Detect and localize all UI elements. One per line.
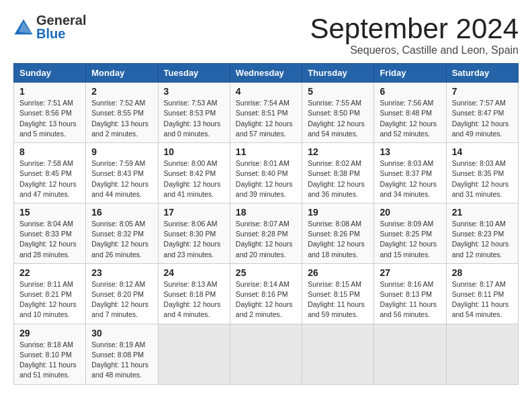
day-info: Sunrise: 8:06 AMSunset: 8:30 PMDaylight:…: [164, 219, 224, 260]
day-info: Sunrise: 8:12 AMSunset: 8:20 PMDaylight:…: [91, 279, 152, 320]
logo-general: General: [36, 13, 86, 27]
calendar-cell: 19Sunrise: 8:08 AMSunset: 8:26 PMDayligh…: [302, 203, 374, 263]
calendar-cell: 17Sunrise: 8:06 AMSunset: 8:30 PMDayligh…: [158, 203, 230, 263]
calendar-cell: [158, 324, 230, 384]
day-info: Sunrise: 7:59 AMSunset: 8:43 PMDaylight:…: [91, 158, 152, 199]
col-header-wednesday: Wednesday: [230, 64, 302, 83]
day-number: 18: [236, 207, 296, 218]
day-number: 13: [380, 146, 440, 157]
day-number: 4: [236, 86, 296, 97]
calendar-cell: 5Sunrise: 7:55 AMSunset: 8:50 PMDaylight…: [302, 83, 374, 143]
day-info: Sunrise: 8:15 AMSunset: 8:15 PMDaylight:…: [308, 279, 368, 320]
calendar-cell: [446, 324, 518, 384]
day-info: Sunrise: 7:57 AMSunset: 8:47 PMDaylight:…: [452, 98, 513, 139]
calendar-cell: [302, 324, 374, 384]
col-header-sunday: Sunday: [14, 64, 86, 83]
day-number: 10: [164, 146, 224, 157]
day-info: Sunrise: 8:03 AMSunset: 8:37 PMDaylight:…: [380, 158, 440, 199]
day-number: 22: [19, 267, 80, 278]
day-info: Sunrise: 7:52 AMSunset: 8:55 PMDaylight:…: [91, 98, 152, 139]
day-number: 25: [236, 267, 296, 278]
calendar-cell: 24Sunrise: 8:13 AMSunset: 8:18 PMDayligh…: [158, 263, 230, 324]
day-number: 15: [19, 207, 80, 218]
day-info: Sunrise: 8:10 AMSunset: 8:23 PMDaylight:…: [452, 219, 513, 260]
day-info: Sunrise: 7:54 AMSunset: 8:51 PMDaylight:…: [236, 98, 296, 139]
day-number: 29: [19, 328, 80, 338]
calendar-cell: 29Sunrise: 8:18 AMSunset: 8:10 PMDayligh…: [14, 324, 86, 384]
calendar-cell: [230, 324, 302, 384]
calendar-cell: 10Sunrise: 8:00 AMSunset: 8:42 PMDayligh…: [158, 143, 230, 203]
logo-blue: Blue: [36, 27, 86, 40]
calendar-cell: 28Sunrise: 8:17 AMSunset: 8:11 PMDayligh…: [446, 263, 518, 324]
calendar-cell: 16Sunrise: 8:05 AMSunset: 8:32 PMDayligh…: [86, 203, 158, 263]
calendar-cell: 15Sunrise: 8:04 AMSunset: 8:33 PMDayligh…: [14, 203, 86, 263]
day-info: Sunrise: 8:07 AMSunset: 8:28 PMDaylight:…: [236, 219, 296, 260]
calendar-table: SundayMondayTuesdayWednesdayThursdayFrid…: [13, 63, 519, 384]
day-info: Sunrise: 8:04 AMSunset: 8:33 PMDaylight:…: [19, 219, 80, 260]
day-info: Sunrise: 8:02 AMSunset: 8:38 PMDaylight:…: [308, 158, 368, 199]
day-number: 24: [164, 267, 224, 278]
calendar-week-row: 29Sunrise: 8:18 AMSunset: 8:10 PMDayligh…: [14, 324, 519, 384]
calendar-cell: 22Sunrise: 8:11 AMSunset: 8:21 PMDayligh…: [14, 263, 86, 324]
day-number: 2: [91, 86, 152, 97]
calendar-cell: 12Sunrise: 8:02 AMSunset: 8:38 PMDayligh…: [302, 143, 374, 203]
day-info: Sunrise: 7:55 AMSunset: 8:50 PMDaylight:…: [308, 98, 368, 139]
calendar-week-row: 22Sunrise: 8:11 AMSunset: 8:21 PMDayligh…: [14, 263, 519, 324]
col-header-friday: Friday: [374, 64, 446, 83]
calendar-cell: 3Sunrise: 7:53 AMSunset: 8:53 PMDaylight…: [158, 83, 230, 143]
calendar-cell: 2Sunrise: 7:52 AMSunset: 8:55 PMDaylight…: [86, 83, 158, 143]
day-info: Sunrise: 8:17 AMSunset: 8:11 PMDaylight:…: [452, 279, 513, 320]
day-number: 19: [308, 207, 368, 218]
day-info: Sunrise: 7:56 AMSunset: 8:48 PMDaylight:…: [380, 98, 440, 139]
calendar-cell: 11Sunrise: 8:01 AMSunset: 8:40 PMDayligh…: [230, 143, 302, 203]
day-info: Sunrise: 8:05 AMSunset: 8:32 PMDaylight:…: [91, 219, 152, 260]
day-info: Sunrise: 8:08 AMSunset: 8:26 PMDaylight:…: [308, 219, 368, 260]
title-section: September 2024 Sequeros, Castille and Le…: [310, 13, 519, 56]
col-header-thursday: Thursday: [302, 64, 374, 83]
location-title: Sequeros, Castille and Leon, Spain: [310, 44, 519, 56]
calendar-cell: 25Sunrise: 8:14 AMSunset: 8:16 PMDayligh…: [230, 263, 302, 324]
calendar-cell: 27Sunrise: 8:16 AMSunset: 8:13 PMDayligh…: [374, 263, 446, 324]
day-info: Sunrise: 8:18 AMSunset: 8:10 PMDaylight:…: [19, 340, 80, 381]
day-info: Sunrise: 7:53 AMSunset: 8:53 PMDaylight:…: [164, 98, 224, 139]
day-info: Sunrise: 8:00 AMSunset: 8:42 PMDaylight:…: [164, 158, 224, 199]
col-header-monday: Monday: [86, 64, 158, 83]
day-info: Sunrise: 7:51 AMSunset: 8:56 PMDaylight:…: [19, 98, 80, 139]
col-header-saturday: Saturday: [446, 64, 518, 83]
day-number: 27: [380, 267, 440, 278]
day-number: 5: [308, 86, 368, 97]
day-number: 1: [19, 86, 80, 97]
day-number: 30: [91, 328, 152, 338]
day-number: 6: [380, 86, 440, 97]
calendar-cell: 20Sunrise: 8:09 AMSunset: 8:25 PMDayligh…: [374, 203, 446, 263]
day-info: Sunrise: 8:01 AMSunset: 8:40 PMDaylight:…: [236, 158, 296, 199]
calendar-cell: 6Sunrise: 7:56 AMSunset: 8:48 PMDaylight…: [374, 83, 446, 143]
day-number: 3: [164, 86, 224, 97]
calendar-week-row: 1Sunrise: 7:51 AMSunset: 8:56 PMDaylight…: [14, 83, 519, 143]
day-info: Sunrise: 8:13 AMSunset: 8:18 PMDaylight:…: [164, 279, 224, 320]
calendar-cell: 18Sunrise: 8:07 AMSunset: 8:28 PMDayligh…: [230, 203, 302, 263]
day-number: 21: [452, 207, 513, 218]
day-info: Sunrise: 8:09 AMSunset: 8:25 PMDaylight:…: [380, 219, 440, 260]
calendar-cell: 14Sunrise: 8:03 AMSunset: 8:35 PMDayligh…: [446, 143, 518, 203]
calendar-cell: [374, 324, 446, 384]
calendar-cell: 21Sunrise: 8:10 AMSunset: 8:23 PMDayligh…: [446, 203, 518, 263]
day-number: 12: [308, 146, 368, 157]
day-number: 7: [452, 86, 513, 97]
calendar-week-row: 8Sunrise: 7:58 AMSunset: 8:45 PMDaylight…: [14, 143, 519, 203]
day-info: Sunrise: 7:58 AMSunset: 8:45 PMDaylight:…: [19, 158, 80, 199]
calendar-cell: 7Sunrise: 7:57 AMSunset: 8:47 PMDaylight…: [446, 83, 518, 143]
calendar-cell: 4Sunrise: 7:54 AMSunset: 8:51 PMDaylight…: [230, 83, 302, 143]
day-info: Sunrise: 8:16 AMSunset: 8:13 PMDaylight:…: [380, 279, 440, 320]
day-number: 20: [380, 207, 440, 218]
header: General Blue September 2024 Sequeros, Ca…: [13, 13, 519, 56]
day-info: Sunrise: 8:03 AMSunset: 8:35 PMDaylight:…: [452, 158, 513, 199]
calendar-cell: 9Sunrise: 7:59 AMSunset: 8:43 PMDaylight…: [86, 143, 158, 203]
calendar-header-row: SundayMondayTuesdayWednesdayThursdayFrid…: [14, 64, 519, 83]
day-number: 9: [91, 146, 152, 157]
day-info: Sunrise: 8:19 AMSunset: 8:08 PMDaylight:…: [91, 340, 152, 381]
col-header-tuesday: Tuesday: [158, 64, 230, 83]
calendar-cell: 1Sunrise: 7:51 AMSunset: 8:56 PMDaylight…: [14, 83, 86, 143]
calendar-week-row: 15Sunrise: 8:04 AMSunset: 8:33 PMDayligh…: [14, 203, 519, 263]
day-number: 11: [236, 146, 296, 157]
